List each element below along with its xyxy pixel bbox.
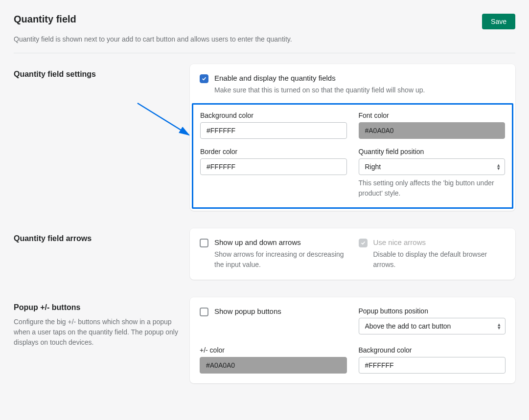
section-quantity-settings: Quantity field settings Enable and displ… — [14, 64, 515, 211]
font-color-input[interactable] — [359, 122, 506, 139]
bg-color-input[interactable] — [200, 122, 347, 139]
show-arrows-help: Show arrows for increasing or descreasin… — [214, 249, 347, 270]
popup-position-select[interactable]: Above the add to cart button — [359, 318, 506, 334]
show-arrows-row: Show up and down arrows Show arrows for … — [200, 238, 347, 270]
position-help: This setting only affects the 'big butto… — [359, 178, 506, 199]
pm-color-field-group: +/- color — [200, 346, 347, 374]
popup-bg-field-group: Background color — [359, 346, 506, 374]
border-color-label: Border color — [200, 148, 347, 155]
font-color-field-group: Font color — [359, 111, 506, 139]
bg-color-field-group: Background color — [200, 111, 347, 139]
page-title: Quantity field — [14, 14, 76, 25]
show-arrows-checkbox[interactable] — [200, 239, 208, 247]
enable-checkbox[interactable] — [200, 74, 208, 83]
section-title-arrows: Quantity field arrows — [14, 234, 180, 243]
popup-bg-input[interactable] — [359, 357, 506, 374]
border-color-input[interactable] — [200, 158, 347, 175]
settings-card: Enable and display the quantity fields M… — [190, 64, 515, 211]
show-popup-label: Show popup buttons — [214, 307, 347, 315]
nice-arrows-help: Disable to display the default browser a… — [373, 249, 506, 270]
section-quantity-arrows: Quantity field arrows Show up and down a… — [14, 228, 515, 280]
section-popup-buttons: Popup +/- buttons Configure the big +/- … — [14, 297, 515, 383]
show-popup-checkbox[interactable] — [200, 308, 208, 316]
pm-color-label: +/- color — [200, 346, 347, 354]
enable-checkbox-label: Enable and display the quantity fields — [214, 74, 506, 82]
popup-position-field-group: Popup buttons position Above the add to … — [359, 307, 506, 334]
nice-arrows-row: Use nice arrows Disable to display the d… — [359, 238, 506, 270]
popup-bg-label: Background color — [359, 346, 506, 354]
section-desc-popup: Configure the big +/- buttons which show… — [14, 317, 180, 348]
nice-arrows-label: Use nice arrows — [373, 238, 506, 246]
enable-checkbox-row: Enable and display the quantity fields M… — [200, 74, 506, 95]
popup-card: Show popup buttons Popup buttons positio… — [190, 297, 515, 383]
section-title-settings: Quantity field settings — [14, 70, 180, 79]
position-select[interactable]: Right — [359, 158, 506, 175]
position-field-group: Quantity field position Right ▴▾ This se… — [359, 148, 506, 199]
show-arrows-label: Show up and down arrows — [214, 238, 347, 246]
pm-color-input[interactable] — [200, 357, 347, 374]
section-title-popup: Popup +/- buttons — [14, 303, 180, 312]
nice-arrows-checkbox — [359, 239, 368, 247]
bg-color-label: Background color — [200, 111, 347, 119]
position-label: Quantity field position — [359, 148, 506, 155]
arrows-card: Show up and down arrows Show arrows for … — [190, 228, 515, 280]
popup-position-label: Popup buttons position — [359, 307, 506, 315]
divider — [14, 53, 515, 53]
highlighted-settings-box: Background color Font color Border color… — [192, 103, 513, 209]
save-button[interactable]: Save — [482, 14, 515, 29]
enable-checkbox-help: Make sure that this is turned on so that… — [214, 85, 506, 95]
page-subtitle: Quantity field is shown next to your add… — [14, 35, 515, 43]
border-color-field-group: Border color — [200, 148, 347, 199]
font-color-label: Font color — [359, 111, 506, 119]
show-popup-row: Show popup buttons — [200, 307, 347, 316]
